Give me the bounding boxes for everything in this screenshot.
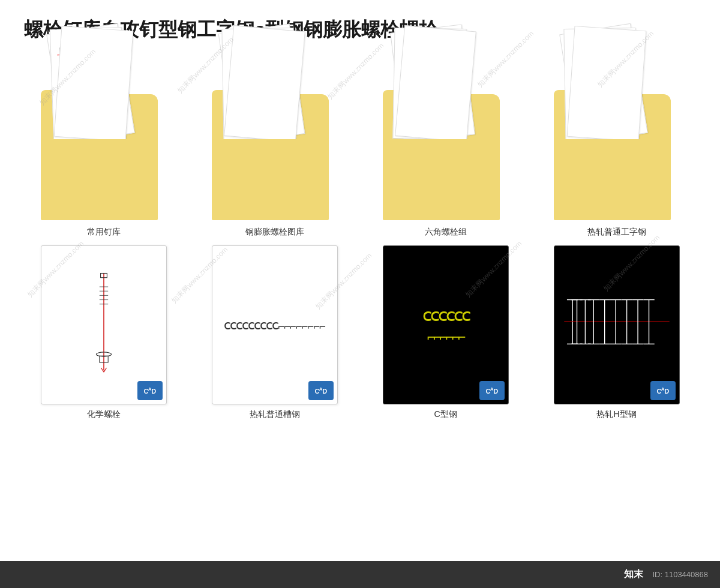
folder-1-label: 常用钉库 (87, 227, 121, 238)
folder-front-2 (212, 139, 329, 220)
cad-badge-1: CAD (137, 381, 163, 400)
folder-1-preview (35, 61, 173, 223)
folder-3-wrapper (383, 64, 509, 220)
card-1-label: 化学螺栓 (87, 409, 121, 420)
c-steel-bottom-row: ⌐⌐⌐⌐⌐⌐ (427, 330, 464, 345)
card-4-preview: CAD (548, 244, 686, 406)
card-4-label: 热轧H型钢 (596, 409, 636, 420)
folder-1-wrapper (41, 64, 167, 220)
chem-bolt-drawing (86, 271, 122, 379)
c-steel-top-row: ᴄᴄᴄᴄᴄᴄ (422, 304, 469, 325)
cad-badge-3: CAD (479, 381, 505, 400)
item-folder-1[interactable]: 常用钉库 (24, 61, 183, 238)
item-folder-3[interactable]: 六角螺栓组 (366, 61, 525, 238)
bottom-id: ID: 1103440868 (652, 570, 708, 579)
card-4-black: CAD (554, 245, 680, 404)
c-channel-white-drawing: ᴄᴄᴄᴄᴄᴄᴄᴄᴄ (224, 317, 278, 332)
card-1-white: CAD (41, 245, 167, 404)
cad-badge-text-4: CAD (656, 386, 668, 395)
card-2-preview: ᴄᴄᴄᴄᴄᴄᴄᴄᴄ ⌐⌐⌐⌐⌐⌐⌐⌐ CAD (206, 244, 344, 406)
folder-2-preview (206, 61, 344, 223)
svg-line-33 (101, 368, 104, 372)
folder-3-preview (377, 61, 515, 223)
c-channel-white-row2: ⌐⌐⌐⌐⌐⌐⌐⌐ (278, 320, 325, 333)
folder-2-wrapper (212, 64, 338, 220)
item-card-1[interactable]: CAD 化学螺栓 (24, 244, 183, 420)
folder-3-label: 六角螺栓组 (425, 227, 467, 238)
card-2-white: ᴄᴄᴄᴄᴄᴄᴄᴄᴄ ⌐⌐⌐⌐⌐⌐⌐⌐ CAD (212, 245, 338, 404)
c-steel-content: ᴄᴄᴄᴄᴄᴄ ⌐⌐⌐⌐⌐⌐ (422, 304, 469, 345)
bottom-bar: 知末 ID: 1103440868 (0, 561, 720, 588)
folder-2-label: 钢膨胀螺栓图库 (245, 227, 304, 238)
bottom-logo: 知末 (624, 568, 643, 581)
folder-front-3 (383, 139, 500, 220)
folder-4-label: 热轧普通工字钢 (587, 227, 646, 238)
folder-4-preview (548, 61, 686, 223)
item-folder-4[interactable]: 热轧普通工字钢 (537, 61, 696, 238)
folder-front-4 (554, 139, 671, 220)
items-grid: 常用钉库 (0, 55, 720, 432)
card-2-label: 热轧普通槽钢 (250, 409, 300, 420)
item-card-3[interactable]: ᴄᴄᴄᴄᴄᴄ ⌐⌐⌐⌐⌐⌐ CAD C型钢 (366, 244, 525, 420)
item-card-4[interactable]: CAD 热轧H型钢 (537, 244, 696, 420)
card-3-label: C型钢 (434, 409, 457, 420)
card-1-preview: CAD (35, 244, 173, 406)
cad-badge-text-3: CAD (485, 386, 497, 395)
item-card-2[interactable]: ᴄᴄᴄᴄᴄᴄᴄᴄᴄ ⌐⌐⌐⌐⌐⌐⌐⌐ CAD 热轧普通槽钢 (195, 244, 354, 420)
card-3-black: ᴄᴄᴄᴄᴄᴄ ⌐⌐⌐⌐⌐⌐ CAD (383, 245, 509, 404)
cad-badge-text-2: CAD (314, 386, 326, 395)
folder-4-wrapper (554, 64, 680, 220)
cad-badge-2: CAD (308, 381, 334, 400)
cad-badge-4: CAD (650, 381, 676, 400)
card-3-preview: ᴄᴄᴄᴄᴄᴄ ⌐⌐⌐⌐⌐⌐ CAD (377, 244, 515, 406)
h-beam-drawing (560, 289, 674, 361)
cad-badge-text: CAD (143, 386, 155, 395)
folder-front (41, 139, 158, 220)
svg-line-34 (104, 368, 107, 372)
item-folder-2[interactable]: 钢膨胀螺栓图库 (195, 61, 354, 238)
